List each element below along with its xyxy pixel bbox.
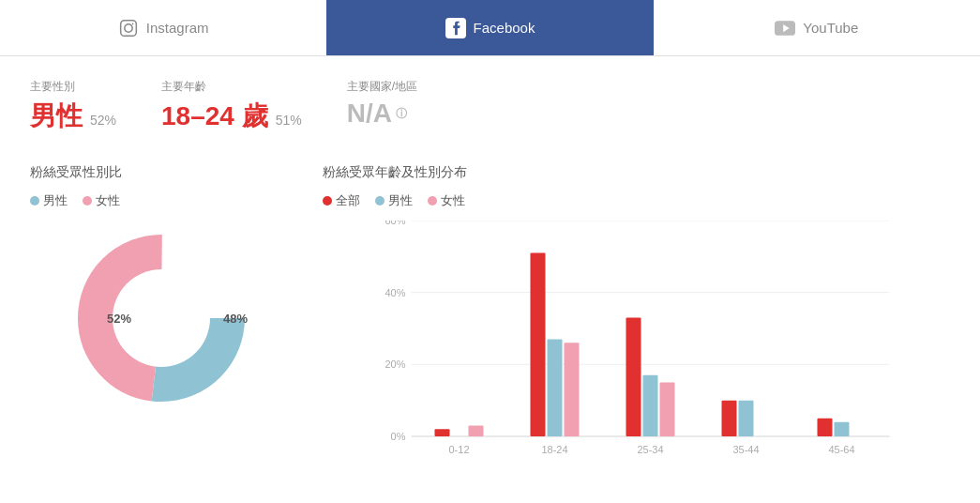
bar-female-dot [428, 196, 437, 206]
svg-rect-0 [120, 20, 136, 36]
tab-youtube-label: YouTube [803, 20, 858, 36]
svg-text:0-12: 0-12 [448, 444, 469, 455]
tabs-container: Instagram Facebook YouTube [0, 0, 980, 56]
donut-female-pct: 48% [223, 312, 248, 326]
facebook-icon [445, 18, 466, 38]
stat-age: 主要年齡 18–24 歲 51% [161, 79, 302, 134]
donut-title: 粉絲受眾性別比 [30, 164, 293, 181]
stats-row: 主要性別 男性 52% 主要年齡 18–24 歲 51% 主要國家/地區 N/A… [30, 79, 950, 134]
svg-rect-25 [626, 318, 641, 437]
svg-rect-18 [435, 429, 450, 436]
youtube-icon [775, 18, 795, 38]
svg-rect-19 [469, 426, 484, 437]
tab-facebook[interactable]: Facebook [326, 0, 653, 55]
svg-text:18-24: 18-24 [541, 444, 567, 455]
bar-legend-female-label: 女性 [441, 192, 465, 209]
svg-text:25-34: 25-34 [637, 444, 663, 455]
bar-legend-male-label: 男性 [388, 192, 413, 209]
svg-text:45-64: 45-64 [828, 444, 854, 455]
stat-region: 主要國家/地區 N/A ⓘ [347, 79, 417, 134]
donut-male-pct: 52% [107, 312, 131, 326]
bar-title: 粉絲受眾年齡及性別分布 [323, 164, 950, 181]
male-dot [30, 196, 39, 206]
stat-gender-label: 主要性別 [30, 79, 116, 95]
svg-text:0%: 0% [391, 431, 406, 442]
tab-youtube[interactable]: YouTube [654, 0, 980, 55]
donut-legend-female-label: 女性 [96, 192, 120, 209]
stat-gender-pct: 52% [90, 113, 116, 128]
donut-section: 粉絲受眾性別比 男性 女性 52% [30, 164, 293, 465]
info-icon[interactable]: ⓘ [396, 106, 407, 122]
female-dot [83, 196, 92, 206]
svg-point-1 [125, 23, 132, 31]
stat-age-value: 18–24 歲 [161, 99, 268, 134]
svg-rect-26 [643, 375, 658, 436]
svg-text:60%: 60% [384, 221, 405, 226]
tab-instagram[interactable]: Instagram [0, 0, 326, 55]
tab-instagram-label: Instagram [146, 20, 209, 36]
all-dot [323, 196, 332, 206]
bar-section: 粉絲受眾年齡及性別分布 全部 男性 女性 0%20%40%60%0-1218-2… [323, 164, 950, 465]
stat-gender: 主要性別 男性 52% [30, 79, 116, 134]
stat-region-label: 主要國家/地區 [347, 79, 417, 95]
tab-facebook-label: Facebook [474, 20, 535, 36]
svg-rect-22 [548, 340, 563, 437]
donut-legend-female: 女性 [83, 192, 120, 209]
bar-legend-all-label: 全部 [336, 192, 360, 209]
donut-legend: 男性 女性 [30, 192, 293, 209]
svg-point-2 [132, 23, 134, 24]
stat-region-value: N/A ⓘ [347, 99, 407, 129]
bar-legend-female: 女性 [428, 192, 465, 209]
svg-text:35-44: 35-44 [732, 444, 759, 455]
svg-rect-29 [722, 401, 737, 436]
bar-legend-all: 全部 [323, 192, 360, 209]
svg-text:40%: 40% [384, 287, 405, 298]
svg-rect-32 [818, 419, 833, 436]
bar-male-dot [375, 196, 384, 206]
donut-legend-male: 男性 [30, 192, 68, 209]
bar-chart-area: 0%20%40%60%0-1218-2425-3435-4445-64 [323, 221, 950, 465]
bar-legend-male: 男性 [375, 192, 413, 209]
bar-legend: 全部 男性 女性 [323, 192, 950, 209]
svg-rect-30 [739, 401, 754, 436]
svg-rect-21 [531, 253, 546, 437]
stat-gender-value: 男性 [30, 99, 83, 134]
instagram-icon [118, 18, 139, 38]
svg-text:20%: 20% [384, 358, 405, 370]
donut-legend-male-label: 男性 [43, 192, 68, 209]
stat-age-pct: 51% [276, 113, 302, 128]
charts-row: 粉絲受眾性別比 男性 女性 52% [30, 164, 950, 465]
main-content: 主要性別 男性 52% 主要年齡 18–24 歲 51% 主要國家/地區 N/A… [0, 56, 980, 487]
svg-rect-33 [835, 422, 850, 436]
stat-age-label: 主要年齡 [161, 79, 302, 95]
donut-chart: 52% 48% [68, 224, 255, 412]
svg-rect-23 [565, 343, 580, 436]
svg-rect-27 [660, 383, 675, 437]
